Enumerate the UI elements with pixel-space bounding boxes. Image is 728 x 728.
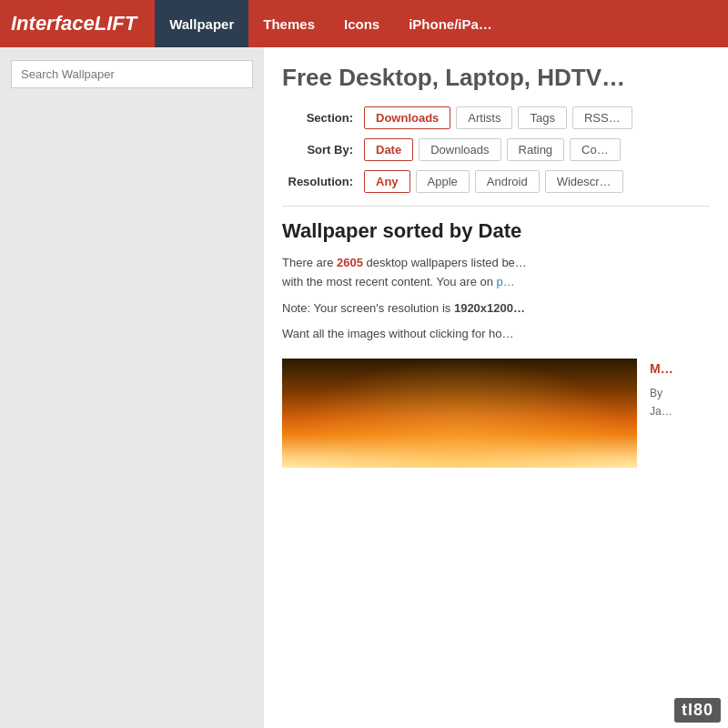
- wallpaper-section: M… By Ja…: [282, 359, 710, 468]
- thumb-overlay: [282, 359, 637, 468]
- main-content: Free Desktop, Laptop, HDTV… Section: Dow…: [264, 47, 728, 728]
- sort-label: Sort By:: [282, 143, 364, 157]
- resolution-buttons: Any Apple Android Widescr…: [364, 170, 623, 193]
- wallpaper-date: Ja…: [650, 402, 710, 420]
- body-text-2: Note: Your screen's resolution is 1920x1…: [282, 299, 710, 318]
- sort-btn-com[interactable]: Co…: [570, 138, 621, 161]
- layout: Free Desktop, Laptop, HDTV… Section: Dow…: [0, 47, 728, 728]
- wallpaper-by: By: [650, 384, 710, 402]
- resolution-filter-row: Resolution: Any Apple Android Widescr…: [282, 170, 710, 193]
- body-text-3: Want all the images without clicking for…: [282, 325, 710, 344]
- body-text-1: There are 2605 desktop wallpapers listed…: [282, 254, 710, 292]
- watermark: tI80: [674, 698, 721, 723]
- resolution-btn-android[interactable]: Android: [475, 170, 540, 193]
- nav-iphone[interactable]: iPhone/iPa…: [394, 0, 507, 47]
- resolution-btn-widescreen[interactable]: Widescr…: [545, 170, 623, 193]
- sidebar: [0, 47, 264, 728]
- sort-btn-rating[interactable]: Rating: [507, 138, 565, 161]
- sort-btn-downloads[interactable]: Downloads: [419, 138, 500, 161]
- search-input[interactable]: [11, 60, 253, 88]
- section-buttons: Downloads Artists Tags RSS…: [364, 106, 632, 129]
- page-title: Free Desktop, Laptop, HDTV…: [282, 64, 710, 92]
- sort-btn-date[interactable]: Date: [364, 138, 413, 161]
- nav-icons[interactable]: Icons: [329, 0, 394, 47]
- section-btn-downloads[interactable]: Downloads: [364, 106, 450, 129]
- wallpaper-meta: M… By Ja…: [650, 359, 710, 421]
- screen-resolution: 1920x1200…: [454, 301, 525, 315]
- resolution-label: Resolution:: [282, 175, 364, 188]
- main-nav: Wallpaper Themes Icons iPhone/iPa…: [155, 0, 507, 47]
- section-label: Section:: [282, 111, 364, 125]
- page-link[interactable]: p…: [497, 275, 515, 288]
- resolution-btn-apple[interactable]: Apple: [416, 170, 470, 193]
- resolution-btn-any[interactable]: Any: [364, 170, 410, 193]
- section-divider: [282, 206, 710, 207]
- wallpaper-count: 2605: [337, 256, 363, 269]
- sort-buttons: Date Downloads Rating Co…: [364, 138, 621, 161]
- sort-filter-row: Sort By: Date Downloads Rating Co…: [282, 138, 710, 161]
- wallpaper-thumbnail[interactable]: [282, 359, 637, 468]
- nav-wallpaper[interactable]: Wallpaper: [155, 0, 248, 47]
- section-btn-tags[interactable]: Tags: [518, 106, 566, 129]
- nav-themes[interactable]: Themes: [248, 0, 329, 47]
- wallpaper-title[interactable]: M…: [650, 359, 710, 380]
- section-btn-rss[interactable]: RSS…: [572, 106, 632, 129]
- section-btn-artists[interactable]: Artists: [456, 106, 512, 129]
- site-logo[interactable]: InterfaceLIFT: [11, 12, 136, 35]
- section-filter-row: Section: Downloads Artists Tags RSS…: [282, 106, 710, 129]
- header: InterfaceLIFT Wallpaper Themes Icons iPh…: [0, 0, 728, 47]
- section-heading: Wallpaper sorted by Date: [282, 219, 710, 243]
